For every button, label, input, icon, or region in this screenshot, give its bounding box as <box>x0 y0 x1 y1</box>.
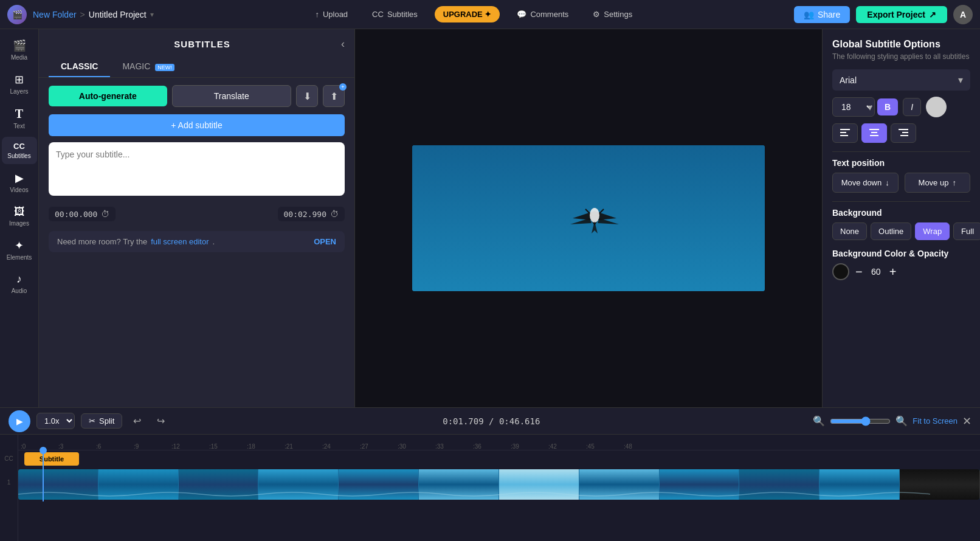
add-subtitle-button[interactable]: + Add subtitle <box>49 114 345 136</box>
bg-color-opacity-label: Background Color & Opacity <box>832 249 970 258</box>
playhead <box>43 450 44 501</box>
action-row: Auto-generate Translate ⬇ ⬆ <box>39 78 354 114</box>
svg-rect-3 <box>840 129 850 130</box>
split-button[interactable]: ✂ Split <box>81 413 122 429</box>
bg-wrap-button[interactable]: Wrap <box>915 222 950 240</box>
svg-rect-4 <box>840 132 846 133</box>
auto-generate-button[interactable]: Auto-generate <box>49 86 167 106</box>
text-position-label: Text position <box>832 158 970 168</box>
font-selector[interactable]: Arial ▾ <box>832 69 970 91</box>
full-screen-editor-link[interactable]: full screen editor <box>151 237 209 246</box>
tracks-container: Subtitle <box>18 450 980 501</box>
elements-icon: ✦ <box>15 239 24 252</box>
settings-icon: ⚙ <box>593 10 600 19</box>
align-right-button[interactable] <box>891 123 916 143</box>
opacity-minus-button[interactable]: − <box>855 265 863 279</box>
font-chevron-icon: ▾ <box>958 74 963 86</box>
divider-2 <box>832 201 970 202</box>
svg-rect-5 <box>840 135 848 136</box>
topbar-right: 👥 Share Export Project ↗ A <box>794 5 973 24</box>
align-center-button[interactable] <box>861 123 887 143</box>
sidebar-item-subtitles[interactable]: CC Subtitles <box>2 137 37 164</box>
videos-icon: ▶ <box>15 171 24 185</box>
bg-options-row: None Outline Wrap Full <box>832 222 970 240</box>
sidebar-item-elements[interactable]: ✦ Elements <box>2 234 37 266</box>
sidebar-item-images[interactable]: 🖼 Images <box>2 201 37 232</box>
svg-rect-11 <box>900 135 908 136</box>
text-icon: T <box>15 107 23 121</box>
subtitles-button[interactable]: CC Subtitles <box>365 6 425 22</box>
download-icon-button[interactable]: ⬇ <box>296 85 318 107</box>
font-name: Arial <box>840 75 857 85</box>
move-up-button[interactable]: Move up ↑ <box>905 173 971 193</box>
speed-select[interactable]: 1.0x 1.5x 2.0x <box>36 413 75 429</box>
redo-button[interactable]: ↪ <box>152 413 170 429</box>
upload-button[interactable]: ↑ Upload <box>308 6 355 22</box>
topbar: 🎬 New Folder > Untitled Project ▾ ↑ Uplo… <box>0 0 980 29</box>
text-controls-row: 18 24 32 ▾ B I <box>832 97 970 117</box>
export-button[interactable]: Export Project ↗ <box>856 6 947 23</box>
sidebar-item-text[interactable]: T Text <box>2 102 37 134</box>
panel-close-button[interactable]: ‹ <box>341 38 345 50</box>
time-end: 00:02.990 ⏱ <box>278 207 345 221</box>
svg-rect-7 <box>871 132 877 133</box>
left-sidebar: 🎬 Media ⊞ Layers T Text CC Subtitles ▶ V… <box>0 29 39 407</box>
opacity-plus-button[interactable]: + <box>889 265 897 279</box>
sidebar-item-media[interactable]: 🎬 Media <box>2 34 37 66</box>
subtitles-icon: CC <box>372 10 384 19</box>
project-name: Untitled Project <box>89 10 147 19</box>
video-frame <box>412 145 765 291</box>
panel-title: SUBTITLES <box>63 39 341 49</box>
translate-button[interactable]: Translate <box>172 85 292 107</box>
move-down-button[interactable]: Move down ↓ <box>832 173 899 193</box>
canvas-area <box>355 29 822 407</box>
subtitle-clip[interactable]: Subtitle <box>24 452 79 466</box>
upgrade-button[interactable]: UPGRADE ✦ <box>435 6 500 22</box>
playhead-head <box>40 447 47 454</box>
clock-icon-end: ⏱ <box>330 209 339 219</box>
sidebar-item-audio[interactable]: ♪ Audio <box>2 268 37 299</box>
subtitle-track-icon: CC <box>0 452 18 465</box>
undo-button[interactable]: ↩ <box>128 413 146 429</box>
panel-header: SUBTITLES ‹ <box>39 29 354 57</box>
zoom-out-button[interactable]: 🔍 <box>813 415 825 427</box>
bg-outline-button[interactable]: Outline <box>871 222 911 240</box>
tab-classic[interactable]: CLASSIC <box>49 57 110 77</box>
divider-1 <box>832 151 970 152</box>
timeline-ruler: :0 :3 :6 :9 :12 :15 :18 :21 :24 :27 :30 … <box>18 435 980 450</box>
subtitle-textarea[interactable] <box>56 150 337 186</box>
bold-button[interactable]: B <box>877 98 898 115</box>
tab-magic[interactable]: MAGIC NEW! <box>110 57 186 77</box>
font-size-select[interactable]: 18 24 32 <box>832 97 875 117</box>
background-label: Background <box>832 208 970 218</box>
svg-point-2 <box>590 208 599 222</box>
arrow-down-icon: ↓ <box>885 178 889 187</box>
zoom-slider[interactable] <box>830 416 891 426</box>
share-button[interactable]: 👥 Share <box>794 6 850 23</box>
export-icon: ↗ <box>929 10 936 19</box>
bg-color-row: − 60 + <box>832 263 970 280</box>
topbar-center: ↑ Upload CC Subtitles UPGRADE ✦ 💬 Commen… <box>160 6 788 22</box>
bg-none-button[interactable]: None <box>832 222 867 240</box>
align-left-button[interactable] <box>832 123 858 143</box>
zoom-in-button[interactable]: 🔍 <box>895 415 908 427</box>
svg-rect-8 <box>870 135 878 136</box>
sidebar-item-videos[interactable]: ▶ Videos <box>2 167 37 198</box>
svg-rect-10 <box>902 132 908 133</box>
upload-icon-button[interactable]: ⬆ <box>323 85 345 107</box>
folder-link[interactable]: New Folder <box>33 10 77 19</box>
fit-to-screen-button[interactable]: Fit to Screen <box>913 416 958 426</box>
layers-icon: ⊞ <box>15 73 24 86</box>
bg-color-swatch[interactable] <box>832 263 849 280</box>
open-link[interactable]: OPEN <box>314 237 336 246</box>
italic-button[interactable]: I <box>903 98 921 116</box>
play-button[interactable]: ▶ <box>9 410 30 432</box>
color-picker-button[interactable] <box>926 97 947 117</box>
sidebar-item-layers[interactable]: ⊞ Layers <box>2 68 37 100</box>
video-track-num: 1 <box>0 465 18 499</box>
bg-full-button[interactable]: Full <box>953 222 980 240</box>
avatar: A <box>953 5 973 24</box>
close-timeline-button[interactable]: ✕ <box>962 415 971 428</box>
settings-button[interactable]: ⚙ Settings <box>585 6 640 22</box>
comments-button[interactable]: 💬 Comments <box>509 6 576 22</box>
